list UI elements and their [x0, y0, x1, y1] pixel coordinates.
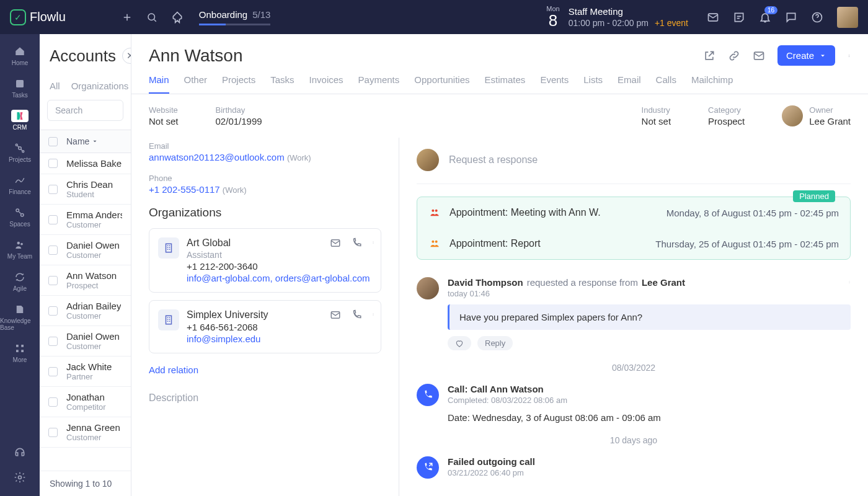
- main-sidebar: Home Tasks CRM Projects Finance Spaces M…: [0, 34, 40, 496]
- row-checkbox[interactable]: [48, 246, 58, 255]
- table-row[interactable]: JonathanCompetitor: [40, 387, 131, 417]
- tab-main[interactable]: Main: [149, 74, 169, 94]
- row-checkbox[interactable]: [48, 367, 58, 376]
- svg-rect-13: [16, 350, 19, 352]
- onboarding-widget[interactable]: Onboarding 5/13: [199, 9, 271, 25]
- table-row[interactable]: Ann WatsonProspect: [40, 265, 131, 296]
- link-icon[interactable]: [728, 50, 740, 62]
- more-icon[interactable]: [848, 50, 851, 61]
- svg-point-18: [849, 55, 849, 56]
- row-checkbox[interactable]: [48, 428, 58, 437]
- row-checkbox[interactable]: [48, 215, 58, 224]
- svg-point-9: [17, 242, 20, 245]
- tab-projects[interactable]: Projects: [222, 74, 255, 94]
- tab-events[interactable]: Events: [540, 74, 569, 94]
- sidebar-item-projects[interactable]: Projects: [0, 137, 40, 168]
- select-all-checkbox[interactable]: [48, 137, 58, 146]
- tab-calls[interactable]: Calls: [656, 74, 676, 94]
- table-row[interactable]: Daniel OwenCustomer: [40, 326, 131, 356]
- svg-point-31: [435, 210, 438, 212]
- table-row[interactable]: Daniel OwenCustomer: [40, 235, 131, 265]
- tab-mailchimp[interactable]: Mailchimp: [691, 74, 733, 94]
- post-more-icon[interactable]: [848, 277, 851, 287]
- table-row[interactable]: Jack WhitePartner: [40, 356, 131, 387]
- org-call-icon[interactable]: [351, 309, 362, 321]
- table-row[interactable]: Adrian BaileyCustomer: [40, 296, 131, 326]
- chat-icon[interactable]: [785, 11, 797, 24]
- org-more-icon[interactable]: [372, 309, 374, 321]
- sidebar-item-agile[interactable]: Agile: [0, 266, 40, 297]
- tab-payments[interactable]: Payments: [358, 74, 400, 94]
- topbar-right: 16: [707, 7, 858, 28]
- brand-logo[interactable]: ✓ Flowlu: [10, 9, 66, 25]
- tab-opportunities[interactable]: Opportunities: [414, 74, 469, 94]
- topbar-tools: [122, 11, 184, 24]
- org-more-icon[interactable]: [372, 237, 374, 249]
- row-checkbox[interactable]: [48, 397, 58, 407]
- reply-button[interactable]: Reply: [477, 336, 513, 350]
- create-button[interactable]: Create: [777, 45, 835, 66]
- email-link[interactable]: annwatson201123@outlook.com: [149, 152, 285, 162]
- row-checkbox[interactable]: [48, 306, 58, 316]
- tab-all[interactable]: All: [50, 81, 60, 91]
- row-checkbox[interactable]: [48, 337, 58, 346]
- table-row[interactable]: Jenna GreenCustomer: [40, 417, 131, 448]
- table-row[interactable]: Melissa Baker: [40, 153, 131, 174]
- appointment-item[interactable]: Appointment: Report Thursday, 25 of Augu…: [417, 228, 850, 259]
- owner-block[interactable]: OwnerLee Grant: [782, 105, 851, 126]
- row-checkbox[interactable]: [48, 276, 58, 285]
- sidebar-item-knowledge[interactable]: Knowledge Base: [0, 298, 40, 336]
- user-avatar[interactable]: [837, 7, 858, 28]
- calendar-event-widget[interactable]: Mon 8 Staff Meeting 01:00 pm - 02:00 pm …: [546, 6, 688, 29]
- bell-icon[interactable]: 16: [759, 11, 771, 24]
- sidebar-support-icon[interactable]: [14, 446, 26, 459]
- accounts-list-panel: ✕ Accounts All Organizations Search Name…: [40, 34, 131, 496]
- organization-card[interactable]: Simplex University +1 646-561-2068 info@…: [149, 300, 381, 353]
- add-icon[interactable]: [122, 12, 133, 23]
- table-header: Name: [40, 130, 131, 153]
- post-author-avatar[interactable]: [417, 277, 439, 299]
- org-call-icon[interactable]: [351, 237, 362, 249]
- tab-estimates[interactable]: Estimates: [485, 74, 526, 94]
- sidebar-settings-icon[interactable]: [14, 471, 26, 484]
- row-checkbox[interactable]: [48, 185, 58, 194]
- request-response-input[interactable]: Request a response: [417, 149, 851, 184]
- appointment-item[interactable]: Appointment: Meeting with Ann W. Monday,…: [417, 197, 850, 228]
- event-time: 01:00 pm - 02:00 pm: [569, 18, 649, 28]
- organizations-heading: Organizations: [149, 206, 381, 219]
- sidebar-item-myteam[interactable]: My Team: [0, 234, 40, 265]
- row-checkbox[interactable]: [48, 159, 58, 168]
- table-row[interactable]: Emma AndersonCustomer: [40, 205, 131, 235]
- column-name[interactable]: Name: [66, 136, 98, 146]
- help-icon[interactable]: [811, 11, 823, 24]
- sidebar-item-crm[interactable]: CRM: [0, 105, 40, 136]
- table-row[interactable]: Chris DeanStudent: [40, 174, 131, 205]
- sidebar-item-home[interactable]: Home: [0, 40, 40, 71]
- sidebar-item-spaces[interactable]: Spaces: [0, 202, 40, 232]
- send-mail-icon[interactable]: [753, 50, 765, 62]
- org-mail-icon[interactable]: [330, 237, 341, 249]
- search-input[interactable]: Search: [47, 100, 123, 121]
- tab-email[interactable]: Email: [618, 74, 641, 94]
- pin-icon[interactable]: [171, 11, 184, 24]
- tab-invoices[interactable]: Invoices: [309, 74, 343, 94]
- search-icon[interactable]: [146, 12, 157, 23]
- accounts-title: Accounts: [50, 46, 121, 66]
- sidebar-item-more[interactable]: More: [0, 337, 40, 368]
- like-button[interactable]: [448, 336, 471, 350]
- org-mail-icon[interactable]: [330, 309, 341, 321]
- mail-icon[interactable]: [707, 11, 719, 24]
- svg-point-28: [373, 314, 374, 315]
- note-icon[interactable]: [733, 11, 745, 24]
- add-relation-link[interactable]: Add relation: [149, 365, 198, 375]
- open-external-icon[interactable]: [703, 50, 715, 62]
- organization-card[interactable]: Art Global Assistant +1 212-200-3640 inf…: [149, 228, 381, 293]
- phone-link[interactable]: +1 202-555-0117: [149, 184, 220, 195]
- tab-other[interactable]: Other: [184, 74, 208, 94]
- tab-lists[interactable]: Lists: [583, 74, 603, 94]
- event-title: Staff Meeting: [569, 6, 688, 17]
- tab-organizations[interactable]: Organizations: [71, 81, 129, 91]
- sidebar-item-tasks[interactable]: Tasks: [0, 73, 40, 104]
- sidebar-item-finance[interactable]: Finance: [0, 169, 40, 200]
- tab-tasks[interactable]: Tasks: [270, 74, 294, 94]
